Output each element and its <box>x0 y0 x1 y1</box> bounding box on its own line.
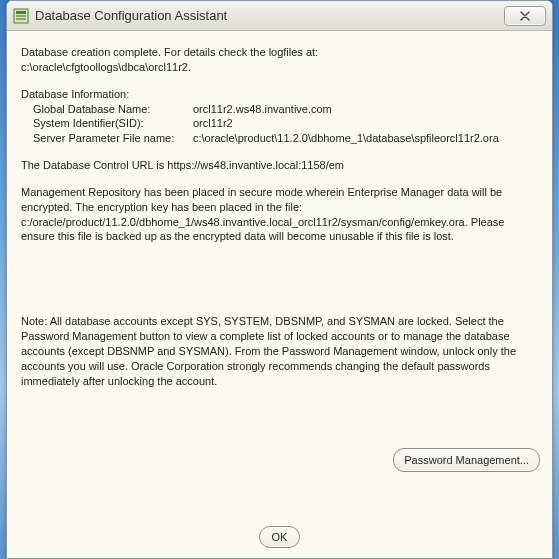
spfile-row: Server Parameter File name: c:\oracle\pr… <box>21 131 540 146</box>
close-button[interactable] <box>504 6 546 26</box>
close-icon <box>519 11 531 21</box>
dialog-footer: OK <box>7 516 552 558</box>
global-db-name-row: Global Database Name: orcl11r2.ws48.inva… <box>21 102 540 117</box>
dialog-content: Database creation complete. For details … <box>7 31 552 516</box>
svg-rect-1 <box>16 11 26 14</box>
sid-value: orcl11r2 <box>193 116 540 131</box>
creation-complete-text: Database creation complete. For details … <box>21 45 540 60</box>
db-info-block: Database Information: Global Database Na… <box>21 87 540 146</box>
logfiles-path: c:\oracle\cfgtoollogs\dbca\orcl11r2. <box>21 60 540 75</box>
password-management-button[interactable]: Password Management... <box>393 448 540 472</box>
global-db-name-value: orcl11r2.ws48.invantive.com <box>193 102 540 117</box>
dialog-window: Database Configuration Assistant Databas… <box>6 0 553 559</box>
svg-rect-3 <box>16 18 26 20</box>
titlebar: Database Configuration Assistant <box>7 1 552 31</box>
sid-row: System Identifier(SID): orcl11r2 <box>21 116 540 131</box>
ok-button[interactable]: OK <box>259 526 301 548</box>
app-icon <box>13 8 29 24</box>
control-url-line: The Database Control URL is https://ws48… <box>21 158 540 173</box>
creation-complete-block: Database creation complete. For details … <box>21 45 540 75</box>
repository-info: Management Repository has been placed in… <box>21 185 540 244</box>
spfile-label: Server Parameter File name: <box>33 131 193 146</box>
sid-label: System Identifier(SID): <box>33 116 193 131</box>
spfile-value: c:\oracle\product\11.2.0\dbhome_1\databa… <box>193 131 540 146</box>
note-text: Note: All database accounts except SYS, … <box>21 314 540 388</box>
svg-rect-2 <box>16 15 26 17</box>
window-title: Database Configuration Assistant <box>35 8 504 23</box>
global-db-name-label: Global Database Name: <box>33 102 193 117</box>
db-info-heading: Database Information: <box>21 87 540 102</box>
